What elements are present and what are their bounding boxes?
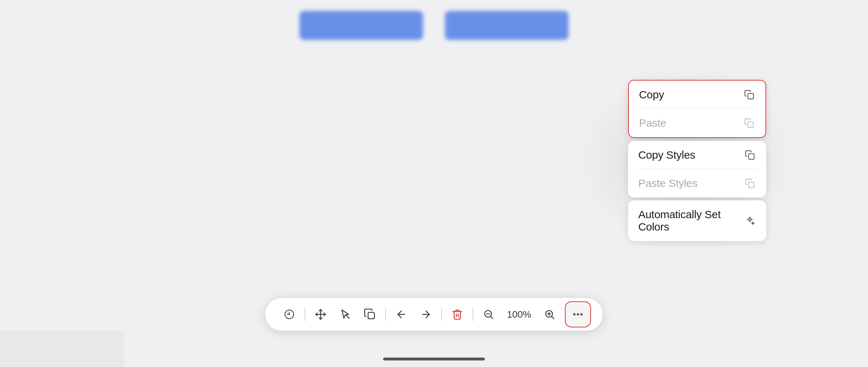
context-menu: Copy Paste — [628, 80, 766, 241]
divider-4 — [473, 308, 473, 321]
copy-styles-menu-item[interactable]: Copy Styles — [628, 141, 766, 169]
blurred-block-1 — [300, 11, 423, 40]
select-tool[interactable] — [277, 304, 302, 325]
zoom-out-button[interactable] — [476, 304, 501, 325]
svg-line-9 — [346, 315, 349, 318]
blurred-elements-container — [300, 11, 568, 40]
svg-line-17 — [552, 317, 554, 319]
svg-rect-1 — [748, 122, 754, 127]
paste-styles-icon — [744, 177, 756, 189]
duplicate-tool[interactable] — [358, 304, 382, 325]
delete-tool[interactable] — [445, 304, 470, 325]
toolbar: 100% — [265, 298, 603, 331]
divider-2 — [385, 308, 386, 321]
svg-rect-0 — [748, 94, 754, 99]
copy-paste-group: Copy Paste — [628, 80, 766, 138]
svg-rect-10 — [368, 313, 374, 319]
copy-label: Copy — [639, 89, 664, 101]
zoom-in-button[interactable] — [537, 304, 562, 325]
copy-icon — [743, 89, 755, 101]
auto-colors-menu-item[interactable]: Automatically Set Colors — [628, 200, 766, 241]
svg-rect-2 — [749, 154, 754, 159]
copy-styles-label: Copy Styles — [638, 149, 695, 161]
svg-point-20 — [581, 314, 582, 315]
copy-menu-item[interactable]: Copy — [629, 81, 765, 109]
copy-styles-icon — [744, 149, 756, 161]
paste-menu-item[interactable]: Paste — [629, 109, 765, 137]
auto-colors-icon — [744, 215, 756, 227]
left-panel — [0, 331, 124, 367]
divider-1 — [305, 308, 305, 321]
styles-group: Copy Styles Paste Styles — [628, 141, 766, 197]
svg-rect-3 — [749, 182, 754, 188]
auto-colors-group: Automatically Set Colors — [628, 200, 766, 241]
paste-styles-label: Paste Styles — [638, 177, 698, 189]
zoom-level[interactable]: 100% — [501, 304, 537, 325]
paste-styles-menu-item[interactable]: Paste Styles — [628, 169, 766, 197]
divider-3 — [441, 308, 442, 321]
blurred-block-2 — [445, 11, 568, 40]
zoom-label: 100% — [505, 309, 534, 320]
back-tool[interactable] — [389, 304, 414, 325]
auto-colors-label: Automatically Set Colors — [638, 208, 744, 233]
move-tool[interactable] — [308, 304, 333, 325]
home-bar — [383, 358, 485, 360]
forward-tool[interactable] — [414, 304, 438, 325]
more-options-button[interactable] — [565, 301, 591, 327]
svg-line-13 — [491, 317, 493, 319]
free-move-tool[interactable] — [333, 304, 358, 325]
paste-icon — [743, 117, 755, 129]
svg-point-19 — [577, 314, 578, 315]
paste-label: Paste — [639, 117, 666, 129]
canvas: Copy Paste — [0, 0, 868, 367]
svg-point-18 — [574, 314, 575, 315]
